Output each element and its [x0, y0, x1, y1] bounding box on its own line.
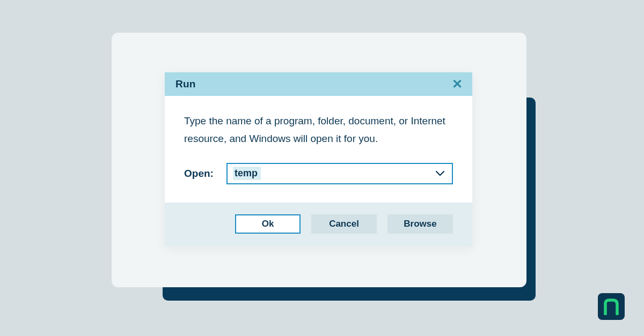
open-row: Open: temp [184, 163, 453, 184]
dialog-body: Type the name of a program, folder, docu… [165, 96, 472, 203]
ok-button[interactable]: Ok [235, 214, 301, 234]
dialog-footer: Ok Cancel Browse [165, 203, 472, 247]
dialog-description: Type the name of a program, folder, docu… [184, 112, 453, 148]
open-value: temp [233, 167, 261, 180]
dialog-title: Run [175, 78, 196, 90]
open-label: Open: [184, 168, 214, 180]
run-dialog: Run ✕ Type the name of a program, folder… [165, 72, 472, 247]
chevron-down-icon [436, 171, 444, 176]
brand-logo [598, 293, 625, 320]
browse-button[interactable]: Browse [387, 214, 453, 234]
open-combobox[interactable]: temp [226, 163, 453, 184]
close-icon[interactable]: ✕ [452, 78, 463, 91]
titlebar: Run ✕ [165, 72, 472, 96]
cancel-button[interactable]: Cancel [311, 214, 377, 234]
